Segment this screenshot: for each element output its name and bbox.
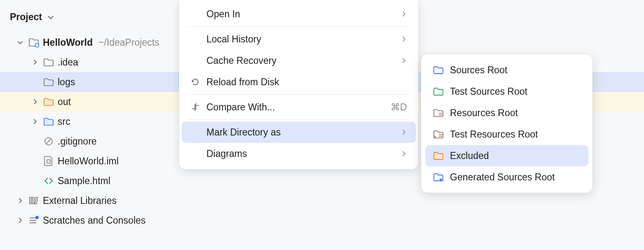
- excluded-folder-icon: [43, 96, 54, 107]
- submenu-item-generated-sources-root[interactable]: Generated Sources Root: [425, 166, 588, 188]
- menu-item-label: Reload from Disk: [206, 77, 407, 88]
- tree-item-path: ~/IdeaProjects: [98, 37, 159, 48]
- submenu-item-test-sources-root[interactable]: Test Sources Root: [425, 81, 588, 102]
- caret-right-icon[interactable]: [16, 197, 25, 204]
- menu-item-cache-recovery[interactable]: Cache Recovery: [182, 50, 416, 71]
- tree-item-label: HelloWorld.iml: [58, 156, 119, 167]
- submenu-item-excluded[interactable]: Excluded: [425, 145, 588, 166]
- submenu-item-label: Test Resources Root: [450, 129, 538, 140]
- tree-item-label: logs: [58, 77, 75, 88]
- tree-row-external-libraries[interactable]: External Libraries: [0, 191, 644, 210]
- menu-shortcut: ⌘D: [391, 102, 407, 113]
- caret-right-icon[interactable]: [30, 118, 40, 125]
- menu-item-open-in[interactable]: Open In: [182, 3, 416, 25]
- tree-item-label: HelloWorld: [43, 37, 93, 48]
- menu-item-label: Cache Recovery: [206, 55, 395, 66]
- chevron-right-icon: [401, 151, 407, 157]
- tree-item-label: External Libraries: [43, 195, 117, 206]
- context-menu: Open In Local History Cache Recovery Rel…: [179, 0, 418, 169]
- caret-right-icon[interactable]: [16, 217, 25, 224]
- excluded-root-icon: [433, 150, 444, 161]
- ignored-file-icon: [43, 136, 54, 147]
- chevron-right-icon: [401, 58, 407, 63]
- resources-root-icon: [433, 107, 444, 119]
- tree-item-label: .gitignore: [58, 136, 97, 147]
- menu-item-label: Mark Directory as: [206, 127, 395, 138]
- caret-right-icon[interactable]: [30, 59, 40, 65]
- menu-item-label: Local History: [206, 34, 395, 45]
- tree-item-label: out: [58, 96, 71, 107]
- svg-rect-4: [47, 160, 50, 163]
- iml-file-icon: [43, 155, 54, 167]
- tree-item-label: Sample.html: [58, 175, 110, 187]
- svg-rect-0: [35, 44, 39, 47]
- library-icon: [28, 195, 40, 206]
- tree-row-scratches[interactable]: Scratches and Consoles: [0, 210, 644, 230]
- svg-line-3: [46, 139, 51, 144]
- menu-item-mark-directory-as[interactable]: Mark Directory as: [182, 121, 416, 143]
- svg-rect-5: [30, 197, 31, 204]
- submenu-item-test-resources-root[interactable]: Test Resources Root: [425, 124, 588, 145]
- panel-title: Project: [10, 12, 42, 23]
- test-sources-root-icon: [433, 86, 444, 97]
- source-folder-icon: [43, 116, 54, 127]
- caret-down-icon[interactable]: [16, 39, 25, 46]
- submenu-item-label: Test Sources Root: [450, 86, 527, 97]
- chevron-right-icon: [401, 36, 407, 42]
- submenu-item-label: Excluded: [450, 150, 489, 161]
- scratches-icon: [28, 215, 40, 226]
- tree-item-label: src: [58, 116, 70, 127]
- svg-point-11: [35, 216, 39, 219]
- menu-item-diagrams[interactable]: Diagrams: [182, 143, 416, 164]
- submenu-item-label: Generated Sources Root: [450, 172, 555, 183]
- compare-icon: [190, 102, 201, 112]
- chevron-down-icon: [47, 14, 54, 21]
- menu-item-label: Compare With...: [206, 102, 385, 113]
- tree-item-label: Scratches and Consoles: [43, 215, 145, 226]
- html-file-icon: [43, 175, 54, 187]
- folder-icon: [43, 76, 54, 88]
- menu-item-reload-from-disk[interactable]: Reload from Disk: [182, 71, 416, 93]
- module-folder-icon: [28, 37, 40, 48]
- menu-item-compare-with[interactable]: Compare With... ⌘D: [182, 96, 416, 118]
- reload-icon: [190, 77, 201, 87]
- submenu-item-label: Sources Root: [450, 65, 507, 76]
- menu-separator: [187, 94, 410, 95]
- menu-item-label: Diagrams: [206, 148, 395, 159]
- generated-sources-root-icon: [433, 171, 444, 183]
- submenu-item-resources-root[interactable]: Resources Root: [425, 102, 588, 124]
- svg-rect-7: [35, 197, 37, 204]
- submenu-item-sources-root[interactable]: Sources Root: [425, 59, 588, 81]
- menu-item-local-history[interactable]: Local History: [182, 28, 416, 50]
- chevron-right-icon: [401, 129, 407, 135]
- menu-separator: [187, 26, 410, 27]
- caret-right-icon[interactable]: [30, 98, 40, 105]
- menu-separator: [187, 119, 410, 120]
- mark-directory-submenu: Sources Root Test Sources Root Resources…: [421, 54, 592, 193]
- test-resources-root-icon: [433, 129, 444, 140]
- svg-rect-6: [33, 197, 34, 204]
- chevron-right-icon: [401, 11, 407, 17]
- tree-item-label: .idea: [58, 57, 78, 68]
- submenu-item-label: Resources Root: [450, 107, 518, 119]
- folder-icon: [43, 56, 54, 68]
- sources-root-icon: [433, 64, 444, 76]
- menu-item-label: Open In: [206, 9, 395, 20]
